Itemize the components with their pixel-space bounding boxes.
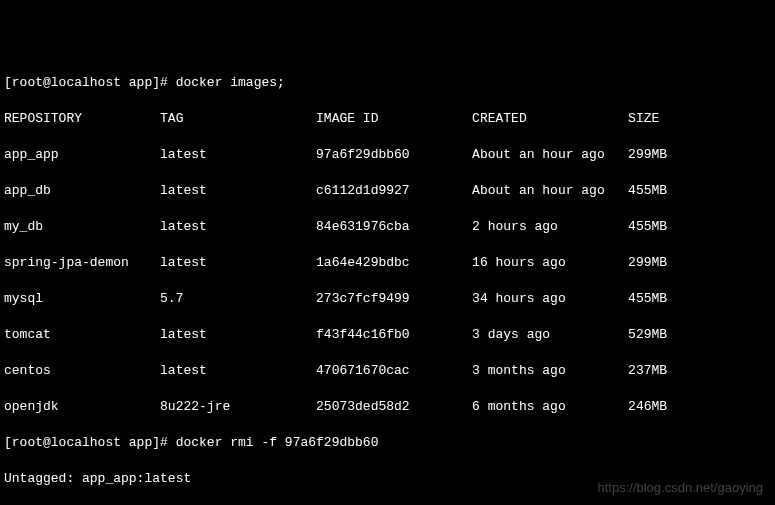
- image-row: app_db latest c6112d1d9927 About an hour…: [4, 182, 771, 200]
- prompt-line: [root@localhost app]# docker rmi -f 97a6…: [4, 434, 771, 452]
- image-row: openjdk 8u222-jre 25073ded58d2 6 months …: [4, 398, 771, 416]
- image-row: spring-jpa-demon latest 1a64e429bdbc 16 …: [4, 254, 771, 272]
- watermark-text: https://blog.csdn.net/gaoying: [597, 479, 763, 497]
- image-row: tomcat latest f43f44c16fb0 3 days ago 52…: [4, 326, 771, 344]
- image-row: mysql 5.7 273c7fcf9499 34 hours ago 455M…: [4, 290, 771, 308]
- prompt-line: [root@localhost app]# docker images;: [4, 74, 771, 92]
- table-header: REPOSITORY TAG IMAGE ID CREATED SIZE: [4, 110, 771, 128]
- image-row: my_db latest 84e631976cba 2 hours ago 45…: [4, 218, 771, 236]
- image-row: centos latest 470671670cac 3 months ago …: [4, 362, 771, 380]
- image-row: app_app latest 97a6f29dbb60 About an hou…: [4, 146, 771, 164]
